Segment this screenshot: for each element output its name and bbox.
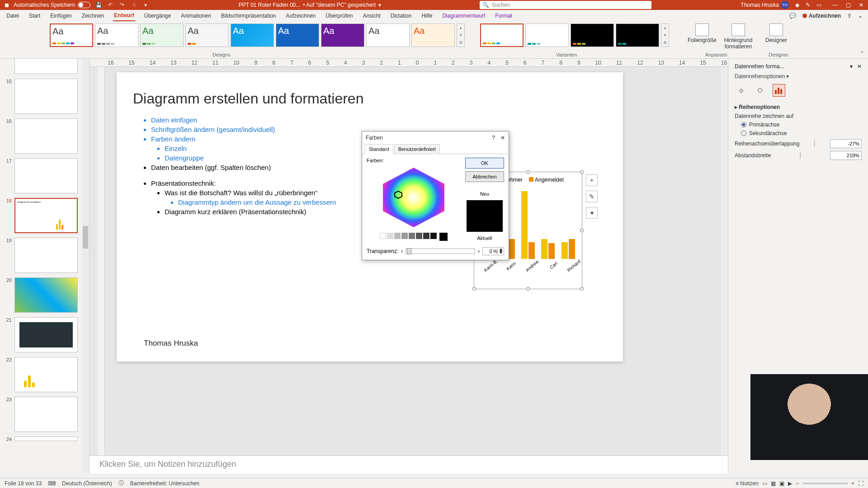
- theme-thumb-9[interactable]: Aa: [411, 23, 455, 47]
- tab-ansicht[interactable]: Ansicht: [362, 11, 381, 21]
- autosave-toggle[interactable]: Automatisches Speichern: [14, 2, 90, 8]
- status-keyboard-icon[interactable]: ⌨: [48, 480, 56, 487]
- tab-custom[interactable]: Benutzerdefiniert: [394, 144, 440, 154]
- slide-size-button[interactable]: Foliengröße: [686, 23, 718, 43]
- touch-icon[interactable]: ☟: [130, 1, 137, 9]
- collapse-icon[interactable]: ⌃: [860, 50, 864, 56]
- slide-thumb-21[interactable]: [14, 317, 78, 352]
- dialog-help-icon[interactable]: ?: [492, 135, 495, 141]
- selected-black-hex[interactable]: [439, 233, 448, 241]
- edit-vscrollbar[interactable]: [721, 67, 728, 455]
- slide-thumb-15[interactable]: [14, 79, 78, 114]
- share-icon[interactable]: ⇪: [847, 13, 852, 19]
- theme-thumb-2[interactable]: Aa: [95, 23, 138, 47]
- view-normal-icon[interactable]: ▭: [762, 480, 767, 487]
- series-options-icon[interactable]: [773, 84, 785, 97]
- tab-animationen[interactable]: Animationen: [180, 11, 212, 21]
- zoom-in-icon[interactable]: +: [851, 480, 854, 487]
- tab-zeichnen[interactable]: Zeichnen: [81, 11, 105, 21]
- user-account[interactable]: Thomas Hruska TH: [741, 1, 789, 9]
- status-accessibility[interactable]: Barrierefreiheit: Untersuchen: [130, 480, 199, 487]
- tab-dictation[interactable]: Dictation: [390, 11, 413, 21]
- transp-right-icon[interactable]: ›: [478, 248, 480, 254]
- ok-button[interactable]: OK: [465, 158, 504, 169]
- window-icon[interactable]: ▭: [816, 2, 821, 8]
- tab-diagrammentwurf[interactable]: Diagrammentwurf: [441, 11, 486, 21]
- slide-thumb-24[interactable]: [14, 436, 78, 441]
- maximize-icon[interactable]: ▢: [846, 2, 851, 8]
- transp-left-icon[interactable]: ‹: [401, 248, 403, 254]
- notes-area[interactable]: Klicken Sie, um Notizen hinzuzufügen: [90, 455, 728, 474]
- radio-secondary-axis[interactable]: Sekundärachse: [741, 130, 862, 136]
- grayscale-row[interactable]: [367, 233, 461, 241]
- close-icon[interactable]: ✕: [859, 2, 863, 8]
- pane-close-icon[interactable]: ✕: [857, 63, 862, 70]
- slide-thumb-22[interactable]: [14, 357, 78, 392]
- tab-standard[interactable]: Standard: [365, 144, 393, 154]
- thumbnail-scrollbar[interactable]: [82, 59, 89, 474]
- search-input[interactable]: 🔍 Suchen: [480, 1, 651, 9]
- notes-toggle[interactable]: ≡ Notizen: [736, 480, 759, 487]
- designer-button[interactable]: Designer: [760, 23, 792, 43]
- tab-format[interactable]: Format: [494, 11, 513, 21]
- transparency-input[interactable]: ▴▾: [482, 247, 504, 255]
- redo-icon[interactable]: ↷: [118, 1, 126, 9]
- fit-window-icon[interactable]: ⛶: [858, 480, 863, 487]
- view-sorter-icon[interactable]: ▦: [771, 480, 776, 487]
- save-icon[interactable]: 💾: [95, 1, 102, 9]
- variant-2[interactable]: [525, 23, 569, 47]
- format-background-button[interactable]: Hintergrund formatieren: [722, 23, 754, 50]
- status-slide[interactable]: Folie 18 von 33: [5, 480, 42, 487]
- fill-icon[interactable]: ◇: [735, 84, 747, 97]
- theme-thumb-5[interactable]: Aa: [231, 23, 274, 47]
- gap-input[interactable]: [830, 151, 862, 160]
- zoom-slider[interactable]: [802, 483, 848, 484]
- comments-icon[interactable]: 💬: [789, 13, 796, 19]
- diamond-icon[interactable]: ◆: [795, 2, 799, 8]
- zoom-out-icon[interactable]: −: [796, 480, 799, 487]
- slide-thumb-19[interactable]: [14, 238, 78, 273]
- variant-3[interactable]: [571, 23, 614, 47]
- tab-uebergaenge[interactable]: Übergänge: [143, 11, 172, 21]
- slide-edit-area[interactable]: Diagramm erstellen und formatieren Daten…: [90, 67, 728, 455]
- tab-ueberpruefen[interactable]: Überprüfen: [325, 11, 354, 21]
- tab-aufzeichnen[interactable]: Aufzeichnen: [285, 11, 316, 21]
- dialog-titlebar[interactable]: Farben ?✕: [362, 131, 509, 144]
- tab-start[interactable]: Start: [28, 11, 41, 21]
- slide-thumb-18[interactable]: Diagramm erstellen: [14, 198, 78, 233]
- pen-icon[interactable]: ✎: [806, 2, 810, 8]
- variant-gallery-more[interactable]: ▴▾⊟: [661, 23, 669, 47]
- slide-thumbnail-panel[interactable]: 15 16 17 18Diagramm erstellen 19 20 21 2…: [0, 59, 90, 474]
- dialog-close-icon[interactable]: ✕: [500, 135, 505, 141]
- file-title[interactable]: PPT 01 Roter Faden 00... • Auf "diesem P…: [239, 2, 381, 8]
- radio-primary-axis[interactable]: Primärachse: [741, 122, 862, 128]
- variant-1[interactable]: [480, 23, 524, 47]
- undo-icon[interactable]: ↶: [107, 1, 114, 9]
- transparency-slider[interactable]: [406, 249, 475, 254]
- pane-options-icon[interactable]: ▾: [850, 63, 853, 70]
- pane-subtitle[interactable]: Datenreihenoptionen ▾: [735, 73, 862, 80]
- slide-thumb-23[interactable]: [14, 397, 78, 432]
- chart-filter-button[interactable]: ▾: [586, 207, 598, 219]
- theme-thumb-6[interactable]: Aa: [276, 23, 319, 47]
- slide-thumb-20[interactable]: [14, 277, 78, 313]
- tab-entwurf[interactable]: Entwurf: [113, 10, 135, 21]
- tab-bildschirmpraesentation[interactable]: Bildschirmpräsentation: [220, 11, 277, 21]
- tab-einfuegen[interactable]: Einfügen: [49, 11, 72, 21]
- tab-hilfe[interactable]: Hilfe: [420, 11, 433, 21]
- variant-4[interactable]: [616, 23, 659, 47]
- slide-thumb-17[interactable]: [14, 158, 78, 193]
- theme-thumb-1[interactable]: Aa: [50, 23, 93, 47]
- cancel-button[interactable]: Abbrechen: [465, 171, 504, 182]
- theme-thumb-8[interactable]: Aa: [366, 23, 410, 47]
- status-language[interactable]: Deutsch (Österreich): [62, 480, 112, 487]
- slide-title[interactable]: Diagramm erstellen und formatieren: [133, 90, 607, 107]
- color-hexagon[interactable]: [377, 166, 450, 229]
- view-slideshow-icon[interactable]: ▶: [788, 480, 792, 487]
- theme-thumb-3[interactable]: Aa: [140, 23, 184, 47]
- theme-thumb-7[interactable]: Aa: [321, 23, 364, 47]
- collapse-ribbon-icon[interactable]: ⌄: [858, 13, 863, 19]
- theme-thumb-4[interactable]: Aa: [185, 23, 229, 47]
- overlap-input[interactable]: [830, 139, 862, 148]
- minimize-icon[interactable]: —: [832, 2, 838, 8]
